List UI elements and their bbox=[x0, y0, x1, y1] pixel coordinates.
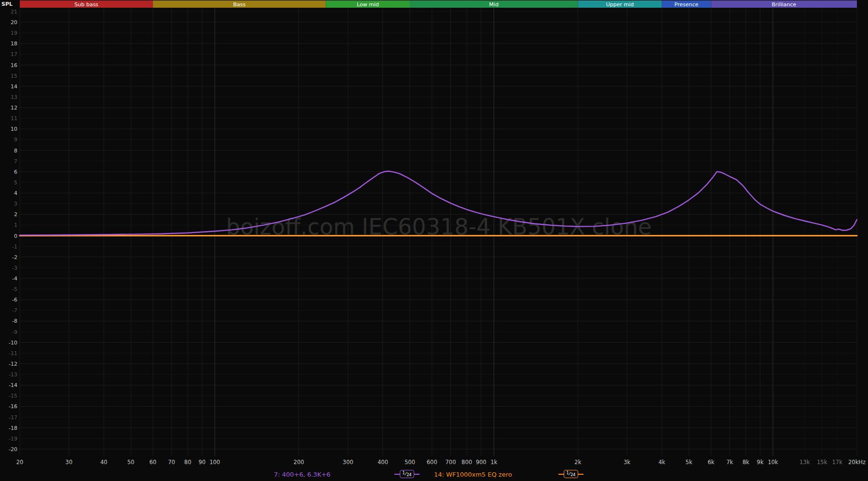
x-axis-label: 10k bbox=[768, 459, 778, 466]
band-label: Bass bbox=[233, 1, 246, 8]
y-axis-label: -12 bbox=[9, 361, 17, 367]
y-axis-label: 0 bbox=[14, 233, 17, 239]
x-axis-label: 4k bbox=[659, 459, 665, 466]
smoothing-control-curve-14[interactable]: 1⁄24 bbox=[558, 470, 583, 478]
smoothing-denominator: 24 bbox=[570, 473, 575, 477]
x-axis-label: 300 bbox=[343, 459, 353, 466]
x-axis-label: 3k bbox=[624, 459, 630, 466]
x-axis-label: 2k bbox=[574, 459, 581, 466]
y-axis-label: 7 bbox=[14, 158, 17, 165]
band-label: Presence bbox=[675, 1, 699, 8]
y-axis-label: 2 bbox=[14, 211, 17, 218]
spl-measurement-app: boizoff.com IEC60318-4 KB501X cloneSub b… bbox=[0, 0, 868, 481]
x-axis-label: 70 bbox=[168, 459, 176, 466]
y-axis-label: 9 bbox=[14, 137, 17, 143]
x-axis-label: 80 bbox=[184, 459, 191, 466]
x-axis-label: 200 bbox=[294, 459, 304, 466]
y-axis-label: 20 bbox=[11, 19, 17, 26]
y-axis-label: -6 bbox=[12, 297, 17, 303]
x-axis-label: 600 bbox=[427, 459, 437, 466]
smoothing-numerator: 1 bbox=[403, 471, 405, 475]
y-axis-label: -18 bbox=[9, 425, 17, 431]
x-axis-label: 15k bbox=[817, 459, 827, 466]
y-axis-label: -13 bbox=[9, 371, 17, 378]
y-axis-label: 19 bbox=[11, 30, 17, 36]
y-axis-label: -10 bbox=[9, 340, 17, 346]
smoothing-fraction-badge: 1⁄24 bbox=[564, 470, 578, 478]
y-axis-label: -2 bbox=[12, 254, 17, 261]
y-axis-label: -11 bbox=[9, 350, 17, 357]
x-axis-label: 100 bbox=[209, 459, 220, 466]
y-axis-label: -3 bbox=[12, 265, 17, 271]
y-axis-label: -8 bbox=[12, 318, 17, 324]
x-axis-label: 50 bbox=[127, 459, 135, 466]
x-axis-label: 60 bbox=[149, 459, 157, 466]
legend: 7: 400+6, 6.3K+6 1⁄24 14: WF1000xm5 EQ z… bbox=[0, 468, 868, 481]
legend-label-curve-14[interactable]: 14: WF1000xm5 EQ zero bbox=[434, 471, 512, 478]
y-axis-label: -20 bbox=[9, 446, 17, 453]
spl-axis-title: SPL bbox=[1, 1, 18, 8]
x-axis-label: 900 bbox=[476, 459, 487, 466]
y-axis-label: 3 bbox=[14, 201, 17, 207]
x-axis-label: 90 bbox=[199, 459, 206, 466]
legend-label-curve-7[interactable]: 7: 400+6, 6.3K+6 bbox=[274, 471, 330, 478]
y-axis-label: 11 bbox=[11, 115, 17, 122]
y-axis-label: -5 bbox=[12, 286, 17, 292]
x-axis-label: 7k bbox=[726, 459, 733, 466]
band-label: Sub bass bbox=[74, 1, 98, 8]
x-axis-label: 700 bbox=[446, 459, 456, 466]
band-label: Brilliance bbox=[772, 1, 796, 8]
y-axis-label: 4 bbox=[14, 190, 17, 196]
x-axis-label: 400 bbox=[378, 459, 388, 466]
y-axis-label: 8 bbox=[14, 148, 17, 154]
frequency-response-plot: boizoff.com IEC60318-4 KB501X cloneSub b… bbox=[0, 0, 868, 481]
x-axis-label: 5k bbox=[686, 459, 692, 466]
x-axis-label: 20 bbox=[16, 459, 24, 466]
y-axis-label: -9 bbox=[12, 329, 17, 335]
band-label: Mid bbox=[489, 1, 499, 8]
fraction-slash: ⁄ bbox=[570, 472, 570, 476]
y-axis-label: -17 bbox=[9, 414, 17, 421]
y-axis-label: 15 bbox=[11, 73, 17, 79]
x-axis-label: 800 bbox=[461, 459, 472, 466]
y-axis-label: -7 bbox=[12, 307, 17, 314]
smoothing-fraction-badge: 1⁄24 bbox=[400, 470, 414, 478]
y-axis-label: -16 bbox=[9, 403, 17, 410]
x-axis-label: 40 bbox=[100, 459, 108, 466]
x-axis-label: 13k bbox=[800, 459, 810, 466]
y-axis-label: 6 bbox=[14, 169, 17, 175]
x-axis-label: 1k bbox=[490, 459, 497, 466]
x-axis-label: 8k bbox=[743, 459, 749, 466]
y-axis-label: -1 bbox=[12, 244, 17, 250]
smoothing-denominator: 24 bbox=[407, 473, 411, 477]
band-label: Upper mid bbox=[606, 1, 634, 8]
y-axis-label: 12 bbox=[11, 105, 17, 111]
y-axis-label: -14 bbox=[9, 382, 17, 388]
x-axis-label: 9k bbox=[757, 459, 763, 466]
y-axis-label: 14 bbox=[11, 83, 17, 90]
legend-line-sample-orange bbox=[578, 474, 583, 475]
y-axis-label: 16 bbox=[11, 62, 17, 69]
legend-line-sample-purple bbox=[394, 474, 400, 475]
smoothing-control-curve-7[interactable]: 1⁄24 bbox=[394, 470, 420, 478]
y-axis-label: 18 bbox=[11, 41, 17, 47]
fraction-slash: ⁄ bbox=[406, 472, 407, 476]
y-axis-label: -15 bbox=[9, 393, 17, 399]
y-axis-label: 5 bbox=[14, 179, 17, 186]
band-label: Low mid bbox=[357, 1, 379, 8]
y-axis-label: 21 bbox=[11, 9, 17, 15]
smoothing-numerator: 1 bbox=[567, 471, 569, 475]
y-axis-label: 1 bbox=[14, 222, 17, 228]
legend-line-sample-orange bbox=[558, 474, 564, 475]
y-axis-label: -4 bbox=[12, 275, 17, 282]
y-axis-label: 17 bbox=[11, 51, 17, 57]
x-axis-label: 20kHz bbox=[848, 459, 866, 466]
y-axis-label: -19 bbox=[9, 436, 17, 442]
x-axis-label: 6k bbox=[707, 459, 714, 466]
x-axis-label: 30 bbox=[66, 459, 73, 466]
y-axis-label: 10 bbox=[11, 126, 17, 132]
legend-line-sample-purple bbox=[414, 474, 420, 475]
x-axis-label: 500 bbox=[405, 459, 415, 466]
x-axis-label: 17k bbox=[832, 459, 843, 466]
y-axis-label: 13 bbox=[11, 94, 17, 100]
